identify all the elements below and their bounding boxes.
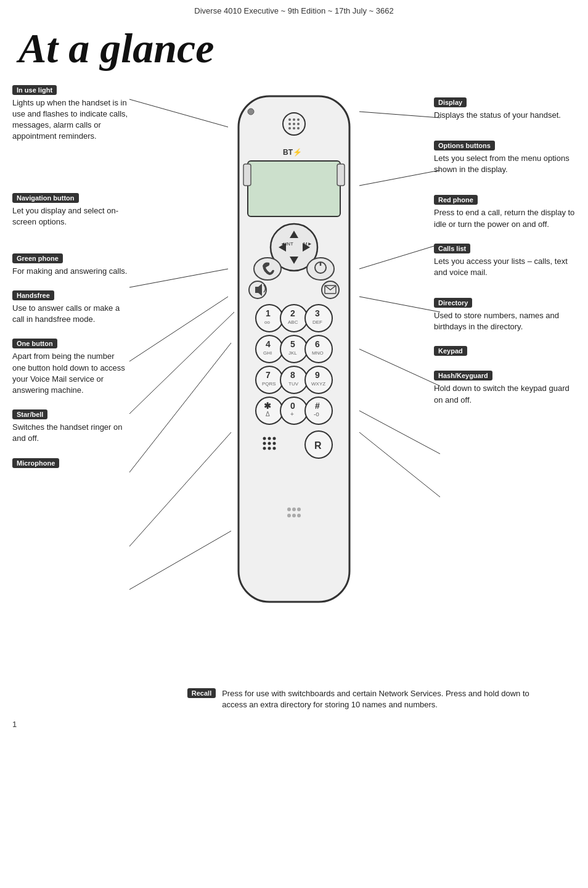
svg-text:#: # <box>315 401 320 411</box>
svg-text:TUV: TUV <box>288 381 299 387</box>
page-header: Diverse 4010 Executive ~ 9th Edition ~ 1… <box>0 0 588 19</box>
label-star-bell: Star/bell Switches the handset ringer on… <box>12 408 129 444</box>
svg-text:Δ: Δ <box>266 411 270 417</box>
svg-point-7 <box>297 123 300 125</box>
svg-point-8 <box>288 127 291 130</box>
label-hash-keyguard: Hash/Keyguard Hold down to switch the ke… <box>434 369 576 405</box>
text-red-phone: Press to end a call, return the display … <box>434 207 576 229</box>
label-navigation-button: Navigation button Let you display and se… <box>12 192 129 228</box>
text-navigation-button: Let you display and select on-screen opt… <box>12 205 129 228</box>
label-green-phone: Green phone For making and answering cal… <box>12 252 129 277</box>
text-star-bell: Switches the handset ringer on and off. <box>12 422 129 444</box>
tag-handsfree: Handsfree <box>12 290 54 300</box>
tag-one-button: One button <box>12 339 57 348</box>
text-green-phone: For making and answering calls. <box>12 266 129 277</box>
svg-text:ABC: ABC <box>288 319 298 325</box>
svg-text:1: 1 <box>266 308 271 318</box>
svg-point-3 <box>293 118 295 121</box>
svg-point-81 <box>292 514 296 517</box>
svg-text:6: 6 <box>315 339 320 349</box>
text-hash-keyguard: Hold down to switch the keypad guard on … <box>434 383 576 405</box>
svg-text:WXYZ: WXYZ <box>311 381 325 387</box>
svg-text:oo: oo <box>264 319 270 325</box>
svg-point-70 <box>268 442 271 445</box>
svg-point-71 <box>273 442 276 445</box>
svg-point-69 <box>263 442 266 445</box>
tag-star-bell: Star/bell <box>12 409 47 419</box>
svg-point-73 <box>268 446 271 450</box>
svg-text:GHI: GHI <box>263 350 272 356</box>
label-red-phone: Red phone Press to end a call, return th… <box>434 194 576 229</box>
tag-green-phone: Green phone <box>12 253 63 263</box>
svg-text:7: 7 <box>266 370 271 380</box>
tag-recall: Recall <box>187 688 216 698</box>
label-keypad: Keypad <box>434 345 576 358</box>
svg-text:4: 4 <box>266 339 271 349</box>
svg-text:9: 9 <box>315 370 320 380</box>
svg-text:⚡: ⚡ <box>293 147 302 157</box>
svg-point-74 <box>273 446 276 450</box>
recall-label-block: Recall Press for use with switchboards a… <box>187 688 530 710</box>
svg-text:2: 2 <box>290 308 295 318</box>
svg-text:-o: -o <box>314 411 319 417</box>
svg-text:PQRS: PQRS <box>262 381 276 387</box>
svg-point-66 <box>263 437 266 440</box>
svg-point-72 <box>263 446 266 450</box>
label-in-use-light: In use light Lights up when the handset … <box>12 84 129 142</box>
svg-text:5: 5 <box>290 339 295 349</box>
svg-point-82 <box>297 514 301 517</box>
svg-point-79 <box>297 508 301 511</box>
label-handsfree: Handsfree Use to answer calls or make a … <box>12 289 129 325</box>
text-options-buttons: Lets you select from the menu options sh… <box>434 153 576 175</box>
svg-point-9 <box>293 127 295 130</box>
tag-display: Display <box>434 97 467 107</box>
svg-point-2 <box>288 118 291 121</box>
svg-point-78 <box>292 508 296 511</box>
page-title: At a glance <box>18 25 570 72</box>
svg-text:+: + <box>290 411 294 417</box>
svg-text:0: 0 <box>290 401 295 411</box>
svg-point-24 <box>307 258 334 280</box>
svg-rect-14 <box>243 164 251 186</box>
tag-keypad: Keypad <box>434 346 467 356</box>
svg-text:BT: BT <box>283 148 293 157</box>
svg-point-4 <box>297 118 300 121</box>
tag-microphone: Microphone <box>12 458 59 468</box>
svg-point-23 <box>254 258 281 280</box>
tag-options-buttons: Options buttons <box>434 141 495 150</box>
tag-directory: Directory <box>434 298 472 308</box>
svg-text:R: R <box>314 440 322 451</box>
text-handsfree: Use to answer calls or make a call in ha… <box>12 303 129 325</box>
svg-point-83 <box>248 109 254 115</box>
svg-text:◄INT: ◄INT <box>280 241 293 247</box>
label-microphone: Microphone <box>12 457 129 471</box>
tag-red-phone: Red phone <box>434 195 478 205</box>
tag-calls-list: Calls list <box>434 244 470 253</box>
phone-diagram: BT ⚡ ◄INT M► <box>189 78 399 670</box>
text-one-button: Apart from being the number one button h… <box>12 351 129 396</box>
svg-text:MNO: MNO <box>312 350 324 356</box>
svg-text:✱: ✱ <box>264 401 271 411</box>
svg-rect-13 <box>248 161 340 216</box>
svg-point-67 <box>268 437 271 440</box>
label-one-button: One button Apart from being the number o… <box>12 337 129 396</box>
tag-hash-keyguard: Hash/Keyguard <box>434 371 492 380</box>
svg-point-80 <box>287 514 291 517</box>
svg-text:JKL: JKL <box>288 350 297 356</box>
svg-point-6 <box>293 123 295 125</box>
svg-text:8: 8 <box>290 370 295 380</box>
page-number: 1 <box>0 717 588 732</box>
svg-text:3: 3 <box>315 308 320 318</box>
header-title: Diverse 4010 Executive ~ 9th Edition ~ 1… <box>194 6 393 15</box>
svg-point-5 <box>288 123 291 125</box>
text-calls-list: Lets you access your lists – calls, text… <box>434 256 576 278</box>
label-calls-list: Calls list Lets you access your lists – … <box>434 242 576 278</box>
svg-point-77 <box>287 508 291 511</box>
tag-navigation-button: Navigation button <box>12 193 79 203</box>
svg-point-68 <box>273 437 276 440</box>
svg-text:DEF: DEF <box>312 319 322 325</box>
text-in-use-light: Lights up when the handset is in use and… <box>12 97 129 142</box>
svg-text:M►: M► <box>303 241 312 247</box>
svg-rect-15 <box>337 164 345 186</box>
label-display: Display Displays the status of your hand… <box>434 96 576 121</box>
